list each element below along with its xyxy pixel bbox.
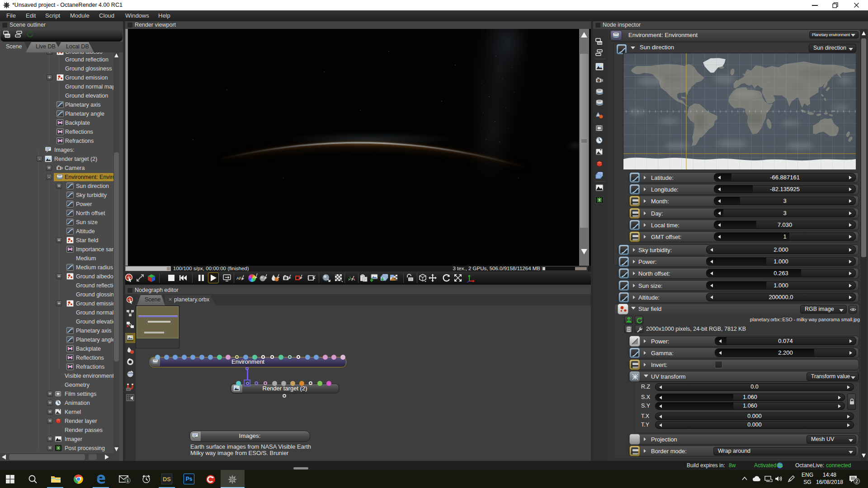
svg-text:AF: AF: [236, 276, 242, 281]
